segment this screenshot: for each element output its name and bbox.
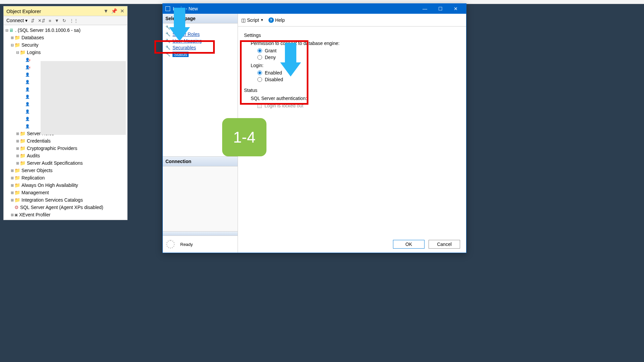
- help-icon: ?: [268, 17, 274, 23]
- close-button[interactable]: ✕: [448, 4, 463, 14]
- object-explorer-title: Object Explorer: [6, 8, 41, 14]
- cancel-button[interactable]: Cancel: [429, 240, 460, 249]
- help-button[interactable]: ?Help: [268, 17, 285, 23]
- connect-button[interactable]: Connect ▾: [6, 18, 28, 23]
- annotation-redbox-pages: [154, 40, 215, 54]
- tree-credentials[interactable]: ⊞📁Credentials: [4, 137, 127, 145]
- tree-management[interactable]: ⊞📁Management: [4, 189, 127, 196]
- tree-replication[interactable]: ⊞📁Replication: [4, 174, 127, 182]
- tree-logins[interactable]: ⊟📁Logins: [4, 49, 127, 56]
- tree-audits[interactable]: ⊞📁Audits: [4, 152, 127, 159]
- annotation-step-badge: 1-4: [222, 118, 266, 156]
- connect-icon[interactable]: ⇵: [31, 18, 35, 23]
- tree-agent[interactable]: ⚙SQL Server Agent (Agent XPs disabled): [4, 204, 127, 211]
- annotation-arrow-1: [169, 8, 190, 45]
- refresh-icon[interactable]: ↻: [62, 18, 66, 23]
- activity-icon[interactable]: ⋮⋮: [69, 18, 78, 23]
- progress-header: [163, 231, 238, 236]
- filter-icon[interactable]: ▼: [55, 18, 59, 23]
- tree-server-root[interactable]: ⊟🖥. (SQL Server 16.0.1000.6 - sa): [4, 27, 127, 34]
- maximize-button[interactable]: ☐: [433, 4, 448, 14]
- tree-server-objects[interactable]: ⊞📁Server Objects: [4, 167, 127, 174]
- minimize-button[interactable]: —: [417, 4, 433, 14]
- tree-always-on[interactable]: ⊞📁Always On High Availability: [4, 182, 127, 189]
- connection-header: Connection: [163, 156, 238, 166]
- tree-crypto-providers[interactable]: ⊞📁Cryptographic Providers: [4, 145, 127, 152]
- annotation-redbox-settings: [240, 40, 308, 105]
- tree-isc[interactable]: ⊞📁Integration Services Catalogs: [4, 196, 127, 204]
- tree-audit-specs[interactable]: ⊞📁Server Audit Specifications: [4, 159, 127, 167]
- dialog-titlebar[interactable]: Login - New — ☐ ✕: [163, 4, 466, 14]
- script-button[interactable]: ◫Script▼: [241, 17, 264, 23]
- tree-databases[interactable]: ⊞📁Databases: [4, 34, 127, 41]
- object-explorer-titlebar: Object Explorer ▼ 📌 ✕: [4, 6, 127, 16]
- connection-body: [163, 166, 238, 231]
- close-icon[interactable]: ✕: [120, 8, 125, 14]
- stop-icon[interactable]: ■: [49, 18, 51, 23]
- pin-icon[interactable]: 📌: [111, 8, 117, 14]
- tree-security[interactable]: ⊟📁Security: [4, 41, 127, 49]
- disconnect-icon[interactable]: ✕⇵: [38, 18, 45, 23]
- redacted-region: [41, 61, 126, 135]
- dialog-footer: OK Cancel: [238, 236, 466, 253]
- progress-body: Ready: [163, 236, 238, 253]
- settings-label: Settings: [244, 33, 460, 38]
- tree-xevent[interactable]: ⊞▣XEvent Profiler: [4, 211, 127, 218]
- object-explorer-panel: Object Explorer ▼ 📌 ✕ Connect ▾ ⇵ ✕⇵ ■ ▼…: [3, 6, 128, 220]
- dropdown-icon[interactable]: ▼: [103, 8, 108, 14]
- ok-button[interactable]: OK: [393, 240, 425, 249]
- progress-status: Ready: [180, 242, 193, 247]
- dialog-toolbar: ◫Script▼ ?Help: [238, 14, 466, 27]
- object-explorer-toolbar: Connect ▾ ⇵ ✕⇵ ■ ▼ ↻ ⋮⋮: [4, 16, 127, 25]
- spinner-icon: [166, 240, 175, 249]
